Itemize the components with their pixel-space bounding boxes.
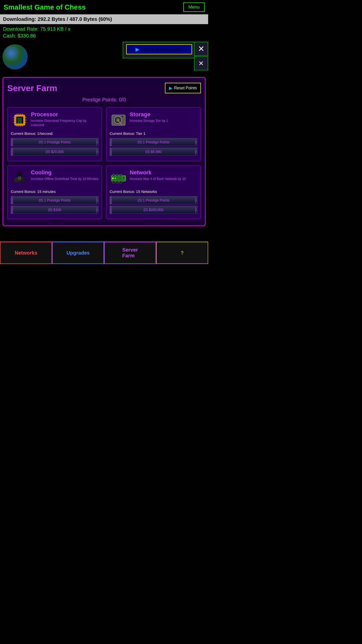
storage-bonus: Current Bonus: Tier 1 — [110, 131, 197, 136]
reset-points-button[interactable]: ▶ Reset Points — [165, 83, 201, 93]
processor-title: Processor — [31, 111, 99, 118]
svg-text:1010: 1010 — [17, 120, 22, 122]
download-text: Downloading: 292.2 Bytes / 487.0 Bytes (… — [3, 16, 112, 22]
cooling-cash-btn[interactable]: (0) $100 — [11, 206, 99, 214]
header: Smallest Game of Chess Menu — [0, 0, 208, 14]
processor-prestige-btn[interactable]: (0) 1 Prestige Points — [11, 138, 99, 146]
bottom-nav: Networks Upgrades ServerFarm ? — [0, 241, 208, 264]
earth-icon — [3, 44, 28, 69]
nav-server-farm[interactable]: ServerFarm — [104, 242, 156, 264]
cooling-icon — [11, 169, 28, 187]
app-title: Smallest Game of Chess — [4, 3, 86, 11]
storage-icon — [110, 111, 127, 129]
processor-desc: Increase Download Frequency Cap by 1/sec… — [31, 119, 99, 127]
processor-card: 0101 1010 0110 — [7, 107, 102, 161]
card-top: Cooling Increase Offline Download Time b… — [11, 169, 99, 187]
processor-info: Processor Increase Download Frequency Ca… — [31, 111, 99, 127]
svg-rect-31 — [119, 175, 122, 177]
svg-text:0101: 0101 — [17, 118, 22, 120]
prestige-points: Prestige Points: 0/0 — [7, 97, 201, 103]
svg-text:0110: 0110 — [17, 122, 22, 124]
watch-ad-button[interactable]: ▶ Watch ad for download Rate — [126, 44, 192, 54]
card-top: Network Increase Max # of Each Network b… — [110, 169, 197, 187]
cooling-info: Cooling Increase Offline Download Time b… — [31, 169, 99, 181]
card-top: Storage Increase Storage Tier by 1 — [110, 111, 197, 129]
reset-label: Reset Points — [174, 86, 197, 90]
cooling-title: Cooling — [31, 169, 99, 176]
network-prestige-btn[interactable]: (0) 1 Prestige Points — [110, 196, 197, 204]
cooling-card: Cooling Increase Offline Download Time b… — [7, 165, 102, 219]
network-icon — [110, 169, 127, 187]
svg-point-37 — [115, 178, 116, 179]
cooling-prestige-btn[interactable]: (0) 1 Prestige Points — [11, 196, 99, 204]
svg-point-23 — [121, 115, 124, 118]
svg-point-36 — [112, 178, 114, 179]
modal-header: Server Farm ▶ Reset Points — [7, 83, 201, 93]
nav-server-label: ServerFarm — [122, 247, 138, 259]
ad-button-text: Watch ad for download Rate — [141, 48, 183, 51]
processor-bonus: Current Bonus: 1/second — [11, 131, 99, 136]
network-title: Network — [130, 169, 186, 176]
storage-title: Storage — [130, 111, 168, 118]
storage-prestige-btn[interactable]: (0) 1 Prestige Points — [110, 138, 197, 146]
nav-networks-label: Networks — [15, 250, 37, 256]
video-icon: ▶ — [135, 46, 139, 52]
processor-icon: 0101 1010 0110 — [11, 111, 28, 129]
network-bonus: Current Bonus: 15 Networks — [110, 189, 197, 194]
ad-container: ▶ Watch ad for download Rate — [123, 42, 191, 58]
ad-area: ▶ Watch ad for download Rate ✕ ✕ — [0, 42, 208, 74]
modal-title: Server Farm — [7, 83, 57, 93]
network-desc: Increase Max # of Each Network by 15 — [130, 177, 186, 181]
nav-networks[interactable]: Networks — [0, 242, 52, 264]
storage-card: Storage Increase Storage Tier by 1 Curre… — [106, 107, 201, 161]
svg-rect-35 — [122, 177, 125, 179]
reset-icon: ▶ — [169, 85, 172, 91]
cooling-desc: Increase Offline Download Time by 15 Min… — [31, 177, 99, 181]
svg-rect-32 — [112, 181, 115, 183]
storage-info: Storage Increase Storage Tier by 1 — [130, 111, 168, 123]
download-bar: Downloading: 292.2 Bytes / 487.0 Bytes (… — [0, 14, 208, 24]
nav-upgrades-label: Upgrades — [66, 250, 89, 256]
stats-area: Download Rate: 75.913 KB / s Cash: $330.… — [0, 24, 208, 42]
network-cash-btn[interactable]: (0) $200,000 — [110, 206, 197, 214]
cooling-bonus: Current Bonus: 15 minutes — [11, 189, 99, 194]
svg-rect-34 — [119, 181, 122, 183]
cash: Cash: $330.86 — [3, 33, 205, 39]
svg-point-27 — [18, 177, 21, 180]
processor-cash-btn[interactable]: (0) $20,000 — [11, 148, 99, 156]
storage-desc: Increase Storage Tier by 1 — [130, 119, 168, 123]
network-card: Network Increase Max # of Each Network b… — [106, 165, 201, 219]
card-top: 0101 1010 0110 — [11, 111, 99, 129]
close-large-button[interactable]: ✕ — [194, 42, 208, 56]
menu-button[interactable]: Menu — [183, 3, 205, 12]
upgrades-grid: 0101 1010 0110 — [7, 107, 201, 219]
ad-panel: ▶ Watch ad for download Rate — [123, 42, 196, 58]
close-small-button[interactable]: ✕ — [194, 56, 208, 70]
server-farm-modal: Server Farm ▶ Reset Points Prestige Poin… — [3, 77, 206, 226]
svg-rect-30 — [116, 175, 118, 177]
svg-rect-33 — [116, 181, 118, 183]
storage-cash-btn[interactable]: (0) $5,580 — [110, 148, 197, 156]
nav-question-label: ? — [180, 250, 184, 256]
network-info: Network Increase Max # of Each Network b… — [130, 169, 186, 181]
nav-question[interactable]: ? — [156, 242, 208, 264]
download-rate: Download Rate: 75.913 KB / s — [3, 26, 205, 32]
svg-rect-29 — [112, 175, 115, 177]
nav-upgrades[interactable]: Upgrades — [52, 242, 104, 264]
